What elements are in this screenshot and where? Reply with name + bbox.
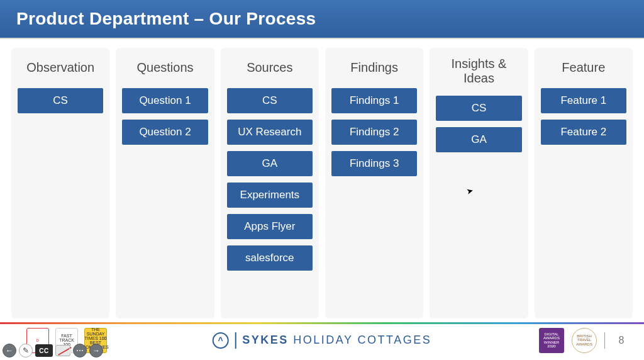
page-divider — [604, 332, 605, 349]
more-button[interactable]: ⋯ — [73, 344, 87, 357]
process-column: SourcesCSUX ResearchGAExperimentsApps Fl… — [221, 48, 319, 318]
title-bar: Product Department – Our Process — [0, 0, 644, 39]
footer-right: DIGITAL AWARDS WINNER 2020 BRITISH TRAVE… — [539, 328, 644, 353]
column-header: Sources — [227, 53, 313, 88]
recorder-toolbar: ← ✎ CC ⋯ → — [3, 344, 103, 357]
column-header: Questions — [122, 53, 208, 88]
process-card: Apps Flyer — [227, 214, 313, 239]
process-card: CS — [18, 88, 103, 113]
prev-button[interactable]: ← — [3, 344, 16, 357]
column-header: Findings — [331, 53, 417, 88]
process-card: Findings 1 — [331, 88, 417, 113]
brand-lockup: ^ SYKES HOLIDAY COTTAGES — [213, 332, 432, 349]
award-travel: BRITISH TRAVEL AWARDS — [572, 328, 597, 353]
annotate-button[interactable]: ✎ — [19, 344, 33, 357]
process-card: salesforce — [227, 245, 313, 271]
process-column: FindingsFindings 1Findings 2Findings 3 — [325, 48, 423, 318]
process-card: Question 1 — [122, 88, 208, 113]
process-board: ObservationCSQuestionsQuestion 1Question… — [0, 39, 644, 322]
slide-title: Product Department – Our Process — [16, 9, 316, 29]
process-column: FeatureFeature 1Feature 2 — [535, 48, 633, 318]
process-card: Findings 3 — [331, 151, 417, 176]
process-card: Feature 2 — [541, 120, 626, 145]
process-column: ObservationCS — [11, 48, 109, 318]
process-card: CS — [227, 88, 313, 113]
brand-logo-icon: ^ — [213, 332, 229, 349]
column-header: Insights & Ideas — [436, 53, 521, 96]
process-card: CS — [436, 96, 521, 121]
camera-off-icon[interactable] — [55, 345, 70, 356]
process-card: Experiments — [227, 183, 313, 208]
process-card: GA — [436, 127, 521, 152]
process-card: Question 2 — [122, 120, 208, 145]
brand-divider — [235, 332, 236, 349]
process-card: Feature 1 — [541, 88, 626, 113]
brand-text: SYKES HOLIDAY COTTAGES — [242, 334, 431, 347]
award-digital: DIGITAL AWARDS WINNER 2020 — [539, 328, 564, 353]
process-column: Insights & IdeasCSGA — [430, 48, 528, 318]
cc-button[interactable]: CC — [35, 344, 53, 357]
process-column: QuestionsQuestion 1Question 2 — [116, 48, 214, 318]
process-card: GA — [227, 151, 313, 176]
column-header: Feature — [541, 53, 626, 88]
process-card: Findings 2 — [331, 120, 417, 145]
process-card: UX Research — [227, 120, 313, 145]
next-button[interactable]: → — [89, 344, 103, 357]
column-header: Observation — [18, 53, 103, 88]
page-number: 8 — [613, 335, 630, 346]
